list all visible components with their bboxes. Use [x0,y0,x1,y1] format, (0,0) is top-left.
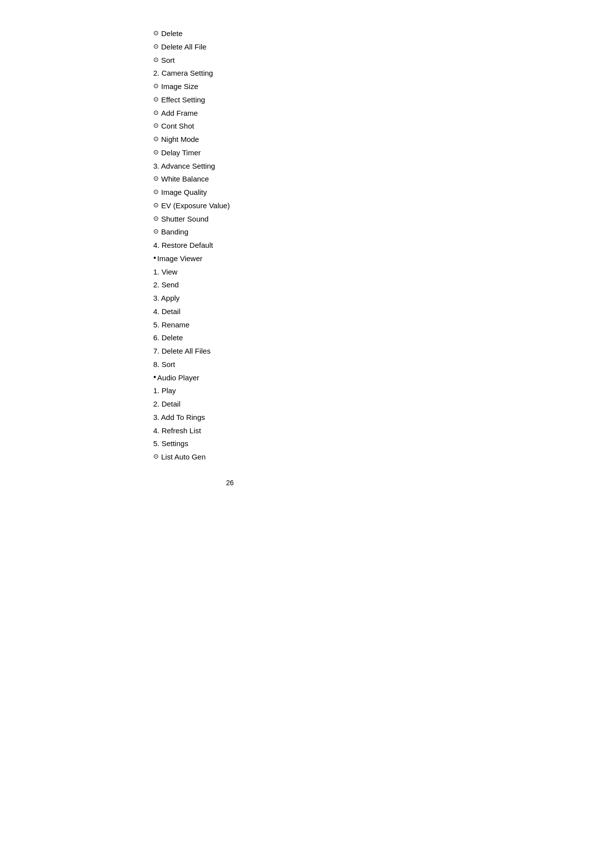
menu-item-label: Image Size [161,81,198,93]
numbered-item-label: 8. Sort [153,360,175,368]
menu-item-label: Add Frame [161,107,198,120]
icon-menu-item: ⊙Banding [153,226,613,239]
menu-item-label: Sort [161,54,175,67]
icon-menu-item: ⊙EV (Exposure Value) [153,199,613,213]
numbered-item-label: 3. Add To Rings [153,413,205,421]
circle-icon: ⊙ [153,28,159,38]
numbered-item-label: 4. Detail [153,307,180,316]
numbered-menu-item: 2. Send [153,278,613,292]
icon-menu-item: ⊙Image Quality [153,186,613,199]
numbered-menu-item: 4. Restore Default [153,239,613,252]
numbered-item-label: 7. Delete All Files [153,347,211,355]
page-number: 26 [0,479,613,487]
numbered-menu-item: 7. Delete All Files [153,345,613,358]
page-content: ⊙Delete⊙Delete All File⊙Sort2. Camera Se… [0,0,613,464]
circle-icon: ⊙ [153,81,159,91]
numbered-menu-item: 5. Rename [153,319,613,332]
icon-menu-item: ⊙Delete All File [153,41,613,54]
circle-icon: ⊙ [153,186,159,197]
icon-menu-item: ⊙Shutter Sound [153,213,613,226]
icon-menu-item: ⊙Sort [153,54,613,67]
numbered-menu-item: 2. Detail [153,398,613,411]
menu-item-label: White Balance [161,173,209,185]
circle-icon: ⊙ [153,147,159,157]
icon-menu-item: ⊙Add Frame [153,107,613,120]
numbered-menu-item: 8. Sort [153,358,613,371]
numbered-menu-item: 5. Settings [153,437,613,451]
icon-menu-item: ⊙List Auto Gen [153,451,613,464]
menu-item-label: List Auto Gen [161,451,206,463]
circle-icon: ⊙ [153,120,159,131]
bullet-header-item: ●Image Viewer [153,252,613,266]
menu-list: ⊙Delete⊙Delete All File⊙Sort2. Camera Se… [153,27,613,464]
icon-menu-item: ⊙White Balance [153,173,613,186]
menu-item-label: Cont Shot [161,120,194,133]
numbered-item-label: 5. Rename [153,320,189,329]
circle-icon: ⊙ [153,54,159,65]
numbered-item-label: 1. View [153,268,177,276]
menu-item-label: Image Quality [161,186,207,199]
circle-icon: ⊙ [153,200,159,210]
bullet-icon: ● [153,373,156,381]
circle-icon: ⊙ [153,94,159,104]
menu-item-label: Delay Timer [161,147,201,159]
circle-icon: ⊙ [153,226,159,236]
numbered-menu-item: 3. Advance Setting [153,160,613,173]
menu-item-label: Delete [161,28,182,40]
numbered-menu-item: 1. View [153,266,613,279]
circle-icon: ⊙ [153,213,159,224]
menu-item-label: Shutter Sound [161,213,209,226]
bullet-icon: ● [153,254,156,262]
numbered-item-label: 4. Refresh List [153,426,201,435]
circle-icon: ⊙ [153,173,159,183]
numbered-item-label: 2. Send [153,280,179,289]
icon-menu-item: ⊙Delay Timer [153,146,613,160]
menu-item-label: EV (Exposure Value) [161,200,230,212]
icon-menu-item: ⊙Delete [153,27,613,41]
circle-icon: ⊙ [153,134,159,144]
menu-item-label: Effect Setting [161,94,205,106]
numbered-menu-item: 4. Refresh List [153,424,613,438]
numbered-menu-item: 3. Apply [153,292,613,305]
numbered-menu-item: 6. Delete [153,331,613,345]
icon-menu-item: ⊙Image Size [153,80,613,93]
section-header-label: Audio Player [157,372,199,384]
icon-menu-item: ⊙Effect Setting [153,93,613,107]
numbered-menu-item: 4. Detail [153,305,613,319]
numbered-menu-item: 2. Camera Setting [153,67,613,80]
section-header-label: Image Viewer [157,253,202,265]
numbered-item-label: 5. Settings [153,439,188,448]
circle-icon: ⊙ [153,107,159,118]
circle-icon: ⊙ [153,451,159,461]
numbered-item-label: 2. Camera Setting [153,69,213,77]
numbered-menu-item: 3. Add To Rings [153,411,613,424]
numbered-item-label: 1. Play [153,386,176,395]
numbered-menu-item: 1. Play [153,384,613,398]
numbered-item-label: 6. Delete [153,333,183,342]
bullet-header-item: ●Audio Player [153,371,613,385]
numbered-item-label: 3. Advance Setting [153,162,215,170]
numbered-item-label: 3. Apply [153,294,179,302]
menu-item-label: Delete All File [161,41,207,53]
menu-item-label: Banding [161,226,188,238]
numbered-item-label: 2. Detail [153,400,180,408]
numbered-item-label: 4. Restore Default [153,241,213,249]
circle-icon: ⊙ [153,41,159,51]
icon-menu-item: ⊙Night Mode [153,133,613,146]
icon-menu-item: ⊙Cont Shot [153,120,613,133]
menu-item-label: Night Mode [161,134,199,146]
